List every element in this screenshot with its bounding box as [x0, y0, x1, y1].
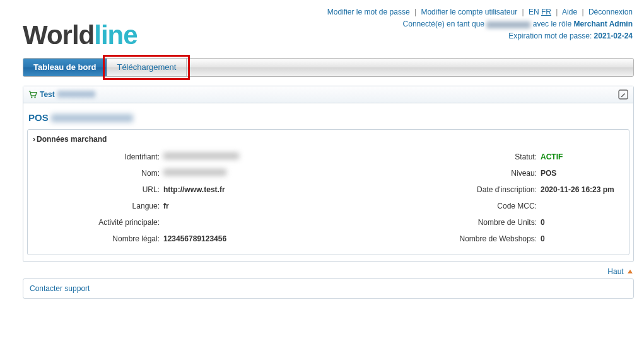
- value-nombre-legal: 123456789123456: [163, 234, 321, 243]
- label-statut: Statut:: [321, 152, 541, 161]
- pw-expiry-label: Expiration mot de passe:: [508, 32, 592, 40]
- lang-fr-link[interactable]: FR: [541, 8, 551, 16]
- lang-en-link[interactable]: EN: [529, 8, 539, 16]
- logout-link[interactable]: Déconnexion: [588, 8, 633, 16]
- contact-support-panel: Contacter support: [23, 278, 634, 299]
- change-password-link[interactable]: Modifier le mot de passe: [327, 8, 410, 16]
- label-date-inscription: Date d'inscription:: [321, 185, 541, 194]
- label-nombre-legal: Nombre légal:: [34, 234, 163, 243]
- label-nombre-webshops: Nombre de Webshops:: [321, 234, 541, 243]
- chevron-right-icon: ›: [33, 135, 35, 144]
- section-heading[interactable]: ›Données marchand: [28, 130, 629, 150]
- cart-icon: [28, 91, 37, 98]
- connected-prefix: Connecté(e) en tant que: [403, 20, 484, 28]
- panel-header: Test: [23, 86, 633, 103]
- value-url: http://www.test.fr: [163, 185, 321, 194]
- value-nombre-webshops: 0: [541, 234, 623, 243]
- tab-bar: Tableau de bord Téléchargement: [23, 58, 634, 77]
- value-langue: fr: [163, 202, 321, 210]
- label-niveau: Niveau:: [321, 169, 541, 178]
- contact-support-link[interactable]: Contacter support: [30, 284, 90, 293]
- connected-username-blur: [486, 21, 530, 28]
- value-statut: ACTIF: [541, 152, 623, 161]
- tab-dashboard-label: Tableau de bord: [33, 62, 96, 72]
- data-grid: Identifiant: Statut: ACTIF Nom: Niveau: …: [28, 150, 629, 255]
- connected-suffix: avec le rôle: [533, 20, 571, 28]
- label-code-mcc: Code MCC:: [321, 202, 541, 210]
- value-date-inscription: 2020-11-26 16:23 pm: [541, 185, 623, 194]
- main-panel: Test POS ›Données marchand Identifiant: …: [23, 86, 634, 262]
- back-to-top: Haut: [23, 262, 634, 278]
- tab-download[interactable]: Téléchargement: [107, 59, 187, 76]
- tab-dashboard[interactable]: Tableau de bord: [23, 59, 107, 76]
- merchant-data-section: ›Données marchand Identifiant: Statut: A…: [27, 129, 629, 255]
- pos-title-blur: [51, 114, 133, 122]
- label-nom: Nom:: [34, 169, 163, 178]
- label-identifiant: Identifiant:: [34, 152, 163, 161]
- svg-point-0: [31, 96, 32, 98]
- value-nombre-units: 0: [541, 218, 623, 227]
- tab-download-label: Téléchargement: [117, 62, 176, 72]
- panel-header-blur: [57, 91, 95, 98]
- svg-point-1: [34, 96, 35, 98]
- panel-header-title: Test: [40, 90, 55, 99]
- value-niveau: POS: [541, 169, 623, 178]
- pos-title: POS: [23, 103, 633, 129]
- value-identifiant: [163, 152, 321, 161]
- logo-left: World: [23, 20, 94, 50]
- triangle-up-icon: [628, 270, 633, 273]
- label-activite: Activité principale:: [34, 218, 163, 227]
- label-url: URL:: [34, 185, 163, 194]
- connected-role: Merchant Admin: [573, 20, 633, 28]
- help-link[interactable]: Aide: [562, 8, 577, 16]
- change-user-link[interactable]: Modifier le compte utilisateur: [421, 8, 517, 16]
- back-to-top-link[interactable]: Haut: [607, 267, 633, 276]
- logo-right: line: [94, 20, 137, 50]
- label-langue: Langue:: [34, 202, 163, 210]
- pw-expiry-value: 2021-02-24: [594, 32, 633, 40]
- edit-icon[interactable]: [618, 89, 628, 100]
- value-nom: [163, 169, 321, 178]
- label-nombre-units: Nombre de Units:: [321, 218, 541, 227]
